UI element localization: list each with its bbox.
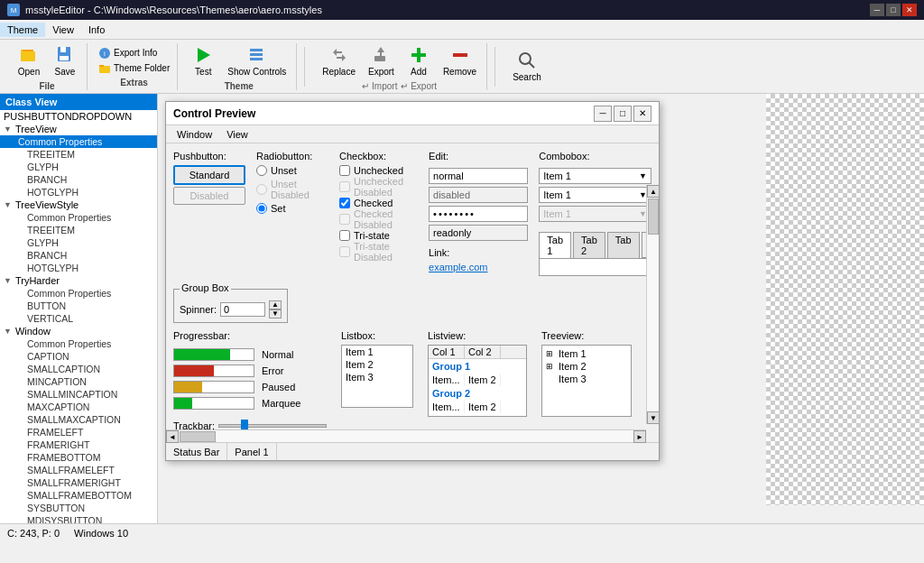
spinner-input[interactable] <box>220 302 265 317</box>
minimize-button[interactable]: ─ <box>870 4 884 16</box>
dialog-menu-view[interactable]: View <box>219 127 255 142</box>
sidebar-item-th-commonprops[interactable]: Common Properties <box>0 287 157 300</box>
sidebar-item-w-mdisysbutton[interactable]: MDISYSBUTTON <box>0 514 157 523</box>
add-button[interactable]: Add <box>402 42 435 79</box>
sidebar-item-tvs-treeitem[interactable]: TREEITEM <box>0 224 157 236</box>
disabled-button[interactable]: Disabled <box>173 187 245 205</box>
sidebar-item-w-maxcaption[interactable]: MAXCAPTION <box>0 401 157 413</box>
sidebar-item-tvs-hotglyph[interactable]: HOTGLYPH <box>0 262 157 274</box>
listbox-item-2[interactable]: Item 2 <box>342 358 412 371</box>
dialog-menu-window[interactable]: Window <box>170 127 219 142</box>
close-button[interactable]: ✕ <box>902 4 917 16</box>
sidebar-item-branch[interactable]: BRANCH <box>0 173 157 186</box>
sidebar-item-treeitem[interactable]: TREEITEM <box>0 148 157 161</box>
treeview-control[interactable]: ⊞ Item 1 ⊞ Item 2 Item 3 <box>541 345 632 417</box>
edit-password[interactable] <box>429 206 528 222</box>
radio-set-input[interactable] <box>256 203 267 214</box>
radio-unset-disabled[interactable]: Unset Disabled <box>256 179 328 200</box>
menu-info[interactable]: Info <box>81 23 112 37</box>
listbox-item-3[interactable]: Item 3 <box>342 371 412 383</box>
listbox[interactable]: Item 1 Item 2 Item 3 <box>341 345 413 408</box>
dialog-minimize-button[interactable]: ─ <box>594 106 612 122</box>
sidebar-item-w-framebottom[interactable]: FRAMEBOTTOM <box>0 451 157 464</box>
edit-readonly[interactable] <box>429 225 528 241</box>
scroll-thumb[interactable] <box>648 198 659 235</box>
export-button[interactable]: Export <box>364 42 399 79</box>
checkbox-unchecked-disabled[interactable]: Unchecked Disabled <box>339 176 418 198</box>
sidebar-item-glyph[interactable]: GLYPH <box>0 161 157 173</box>
dialog-title-controls[interactable]: ─ □ ✕ <box>594 106 651 122</box>
checkbox-unchecked-input[interactable] <box>339 165 350 176</box>
scroll-down-button[interactable]: ▼ <box>647 411 659 424</box>
title-bar-controls[interactable]: ─ □ ✕ <box>870 4 917 16</box>
open-button[interactable]: Open <box>13 42 45 79</box>
sidebar-item-w-caption[interactable]: CAPTION <box>0 350 157 363</box>
dialog-close-button[interactable]: ✕ <box>633 106 651 122</box>
checkbox-checked[interactable]: Checked <box>339 198 418 208</box>
treeview-item-1[interactable]: ⊞ Item 1 <box>544 347 629 360</box>
sidebar-item-tvs-commonprops[interactable]: Common Properties <box>0 211 157 224</box>
sidebar-item-w-smallmincaption[interactable]: SMALLMINCAPTION <box>0 388 157 401</box>
checkbox-unchecked[interactable]: Unchecked <box>339 165 418 176</box>
sidebar-item-w-mincaption[interactable]: MINCAPTION <box>0 375 157 388</box>
search-button[interactable]: Search <box>508 48 546 85</box>
combobox-2[interactable]: Item 1 ▼ <box>539 187 651 203</box>
export-info-button[interactable]: i Export Info <box>97 46 171 60</box>
treeview-item-2[interactable]: ⊞ Item 2 <box>544 360 629 373</box>
sidebar-item-w-frameright[interactable]: FRAMERIGHT <box>0 438 157 451</box>
sidebar-item-window[interactable]: ▼ Window <box>0 325 157 337</box>
radio-unset-input[interactable] <box>256 165 267 176</box>
treeview-item-3[interactable]: Item 3 <box>544 373 629 385</box>
menu-theme[interactable]: Theme <box>0 23 45 37</box>
h-scroll-track[interactable] <box>179 430 633 442</box>
sidebar-item-w-commonprops[interactable]: Common Properties <box>0 337 157 350</box>
checkbox-checked-disabled[interactable]: Checked Disabled <box>339 208 418 230</box>
h-scroll-right-button[interactable]: ► <box>633 430 646 443</box>
radio-set[interactable]: Set <box>256 203 328 214</box>
dialog-maximize-button[interactable]: □ <box>614 106 632 122</box>
standard-button[interactable]: Standard <box>173 165 245 185</box>
sidebar-item-w-smallcaption[interactable]: SMALLCAPTION <box>0 363 157 375</box>
listview-row-2[interactable]: Item... Item 2 <box>429 401 526 413</box>
sidebar-item-treeview[interactable]: ▼ TreeView <box>0 123 157 135</box>
sidebar-item-th-button[interactable]: BUTTON <box>0 300 157 312</box>
checkbox-checked-input[interactable] <box>339 198 350 208</box>
sidebar-item-hotglyph[interactable]: HOTGLYPH <box>0 186 157 198</box>
tab-2[interactable]: Tab 2 <box>573 232 605 258</box>
maximize-button[interactable]: □ <box>886 4 901 16</box>
edit-normal[interactable] <box>429 168 528 184</box>
sidebar-item-common-props[interactable]: Common Properties <box>0 135 157 148</box>
h-scroll-thumb[interactable] <box>180 431 216 442</box>
save-button[interactable]: Save <box>49 42 81 79</box>
test-button[interactable]: Test <box>187 42 219 79</box>
sidebar-item-tryharder[interactable]: ▼ TryHarder <box>0 274 157 287</box>
remove-button[interactable]: Remove <box>439 42 481 79</box>
replace-button[interactable]: Replace <box>318 42 360 79</box>
sidebar-item-tvs-glyph[interactable]: GLYPH <box>0 236 157 249</box>
listview[interactable]: Col 1 Col 2 Group 1 Item... Item 2 Group… <box>428 345 527 417</box>
listbox-item-1[interactable]: Item 1 <box>342 346 412 358</box>
tab-1[interactable]: Tab 1 <box>539 232 571 258</box>
sidebar-item-w-smallmaxcaption[interactable]: SMALLMAXCAPTION <box>0 413 157 426</box>
spinner-up[interactable]: ▲ <box>269 300 282 309</box>
checkbox-tristate[interactable]: Tri-state <box>339 230 418 241</box>
sidebar-item-w-smallframebottom[interactable]: SMALLFRAMEBOTTOM <box>0 489 157 502</box>
sidebar-item-w-frameleft[interactable]: FRAMELEFT <box>0 426 157 438</box>
checkbox-tristate-input[interactable] <box>339 230 350 241</box>
h-scroll-left-button[interactable]: ◄ <box>166 430 179 443</box>
theme-folder-button[interactable]: Theme Folder <box>97 61 171 76</box>
radio-unset[interactable]: Unset <box>256 165 328 176</box>
scroll-track[interactable] <box>647 198 659 411</box>
sidebar-item-w-smallframeright[interactable]: SMALLFRAMERIGHT <box>0 476 157 489</box>
sidebar-item-w-sysbutton[interactable]: SYSBUTTON <box>0 502 157 514</box>
spinner-down[interactable]: ▼ <box>269 309 282 318</box>
menu-view[interactable]: View <box>45 23 81 37</box>
listview-row-1[interactable]: Item... Item 2 <box>429 374 526 386</box>
sidebar-item-pushbuttondropdown[interactable]: PUSHBUTTONDROPDOWN <box>0 110 157 123</box>
tab-3[interactable]: Tab <box>607 232 640 258</box>
sidebar-item-tvs-branch[interactable]: BRANCH <box>0 249 157 262</box>
scroll-up-button[interactable]: ▲ <box>647 185 659 198</box>
link-url[interactable]: example.com <box>429 262 487 272</box>
combobox-1[interactable]: Item 1 ▼ <box>539 168 651 184</box>
sidebar-item-w-smallframeleft[interactable]: SMALLFRAMELEFT <box>0 464 157 476</box>
